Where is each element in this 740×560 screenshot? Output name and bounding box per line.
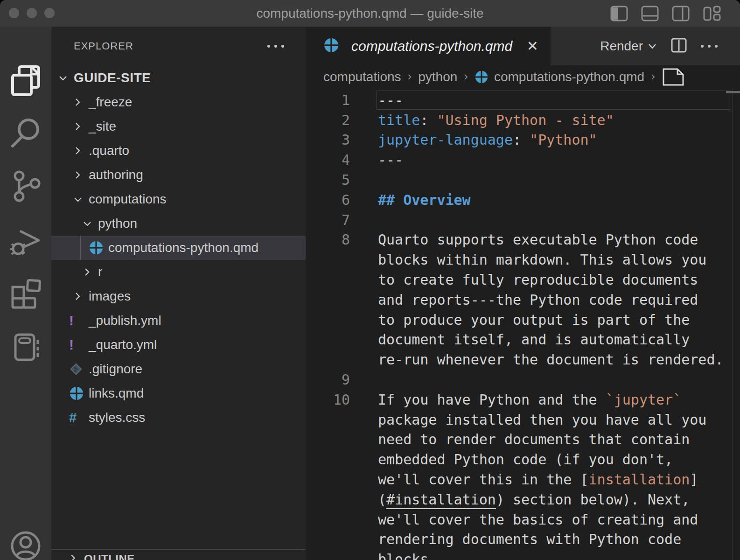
tree-file--publish-yml[interactable]: !_publish.yml bbox=[51, 308, 306, 333]
outline-title: OUTLINE bbox=[84, 553, 135, 560]
tree-root-guide-site[interactable]: GUIDE-SITE bbox=[51, 66, 306, 90]
tree-folder-images[interactable]: images bbox=[51, 284, 306, 308]
notebook-icon[interactable] bbox=[0, 329, 51, 366]
editor-more-actions-icon[interactable] bbox=[701, 45, 718, 48]
code-line-wrap[interactable]: need to render documents that contain bbox=[306, 430, 740, 450]
code-line-8[interactable]: 8Quarto supports executable Python code bbox=[306, 230, 740, 250]
code-text: blocks within markdown. This allows you bbox=[378, 252, 729, 268]
line-number: 1 bbox=[306, 92, 350, 108]
chevron-down-icon bbox=[58, 73, 74, 83]
quarto-file-icon bbox=[475, 70, 489, 84]
explorer-panel: EXPLORER GUIDE-SITE _freeze_site.quartoa… bbox=[51, 27, 306, 560]
code-text: to create fully reproducible documents bbox=[378, 272, 729, 288]
split-editor-icon[interactable] bbox=[672, 6, 690, 21]
editor[interactable]: 1---2title: "Using Python - site"3jupyte… bbox=[306, 89, 740, 560]
code-line-wrap[interactable]: re-run whenever the document is rendered… bbox=[306, 350, 740, 370]
code-text: we'll cover this in the [installation] bbox=[378, 471, 729, 488]
tree-folder-r[interactable]: r bbox=[51, 260, 306, 284]
tree-item-label: .gitignore bbox=[89, 362, 142, 377]
file-tree: GUIDE-SITE _freeze_site.quartoauthoringc… bbox=[51, 66, 306, 430]
chevron-right-icon bbox=[68, 553, 84, 560]
code-line-wrap[interactable]: to create fully reproducible documents bbox=[306, 270, 740, 290]
code-text: title: "Using Python - site" bbox=[378, 112, 729, 128]
tree-item-label: computations bbox=[89, 192, 167, 207]
code-line-2[interactable]: 2title: "Using Python - site" bbox=[306, 110, 740, 130]
breadcrumb-item-computations[interactable]: computations bbox=[323, 70, 401, 84]
tree-file-computations-python-qmd[interactable]: computations-python.qmd bbox=[51, 236, 306, 260]
code-line-4[interactable]: 4--- bbox=[306, 150, 740, 170]
code-line-wrap[interactable]: embedded Python code (if you don't, bbox=[306, 449, 740, 469]
breadcrumb-item-python[interactable]: python bbox=[418, 70, 457, 84]
toggle-sidebar-icon[interactable] bbox=[610, 6, 628, 21]
tab-title: computations-python.qmd bbox=[351, 38, 512, 54]
code-line-wrap[interactable]: (#installation) section below). Next, bbox=[306, 490, 740, 510]
code-line-wrap[interactable]: we'll cover this in the [installation] bbox=[306, 469, 740, 490]
customize-layout-icon[interactable] bbox=[703, 5, 721, 22]
code-line-5[interactable]: 5 bbox=[306, 170, 740, 190]
chevron-down-icon bbox=[73, 194, 89, 204]
breadcrumb-separator-icon: › bbox=[408, 69, 412, 84]
code-line-wrap[interactable]: document itself, and is automatically bbox=[306, 330, 740, 350]
code-line-wrap[interactable]: rendering documents with Python code bbox=[306, 530, 740, 550]
tree-folder-authoring[interactable]: authoring bbox=[51, 163, 306, 187]
code-text: document itself, and is automatically bbox=[378, 331, 729, 348]
explorer-more-actions-icon[interactable] bbox=[267, 45, 284, 48]
chevron-right-icon bbox=[73, 146, 89, 156]
code-line-10[interactable]: 10If you have Python and the `jupyter` bbox=[306, 390, 740, 410]
code-line-7[interactable]: 7 bbox=[306, 210, 740, 230]
code-line-wrap[interactable]: blocks within markdown. This allows you bbox=[306, 250, 740, 270]
toggle-panel-icon[interactable] bbox=[641, 6, 659, 21]
code-line-wrap[interactable]: package installed then you have all you bbox=[306, 410, 740, 430]
vscode-window: computations-python.qmd — guide-site bbox=[0, 0, 740, 560]
tree-item-label: _publish.yml bbox=[89, 313, 161, 328]
chevron-right-icon bbox=[82, 267, 98, 277]
render-button[interactable]: Render bbox=[600, 39, 657, 54]
tree-folder-python[interactable]: python bbox=[51, 211, 306, 236]
tab-computations-python[interactable]: computations-python.qmd ✕ bbox=[306, 27, 551, 65]
code-text: jupyter-language: "Python" bbox=[378, 132, 729, 148]
tree-folder--quarto[interactable]: .quarto bbox=[51, 139, 306, 163]
code-line-wrap[interactable]: to produce your output is part of the bbox=[306, 310, 740, 330]
yaml-file-icon: ! bbox=[69, 313, 89, 329]
quarto-file-icon bbox=[323, 37, 339, 55]
activity-bar bbox=[0, 27, 51, 560]
code-line-wrap[interactable]: blocks. bbox=[306, 549, 740, 560]
code-line-6[interactable]: 6## Overview bbox=[306, 190, 740, 210]
run-debug-icon[interactable] bbox=[0, 223, 51, 258]
tree-file-styles-css[interactable]: #styles.css bbox=[51, 406, 306, 430]
title-bar: computations-python.qmd — guide-site bbox=[0, 0, 740, 27]
tree-item-label: _quarto.yml bbox=[89, 337, 157, 352]
tree-item-label: authoring bbox=[89, 168, 143, 182]
tree-file-links-qmd[interactable]: links.qmd bbox=[51, 381, 306, 406]
tree-file--gitignore[interactable]: .gitignore bbox=[51, 357, 306, 381]
tree-folder--freeze[interactable]: _freeze bbox=[51, 90, 306, 114]
line-number: 4 bbox=[306, 152, 350, 168]
code-line-wrap[interactable]: we'll cover the basics of creating and bbox=[306, 510, 740, 530]
code-text: If you have Python and the `jupyter` bbox=[378, 392, 729, 408]
extensions-icon[interactable] bbox=[0, 276, 51, 311]
code-line-9[interactable]: 9 bbox=[306, 370, 740, 390]
explorer-icon[interactable] bbox=[0, 63, 51, 98]
outline-section[interactable]: OUTLINE bbox=[51, 549, 306, 560]
chevron-down-icon bbox=[648, 43, 657, 49]
code-line-3[interactable]: 3jupyter-language: "Python" bbox=[306, 130, 740, 150]
search-icon[interactable] bbox=[0, 116, 51, 150]
account-icon[interactable] bbox=[0, 530, 51, 560]
scrollbar-track[interactable] bbox=[733, 89, 733, 560]
source-control-icon[interactable] bbox=[0, 169, 51, 203]
tree-file--quarto-yml[interactable]: !_quarto.yml bbox=[51, 333, 306, 357]
tree-folder-computations[interactable]: computations bbox=[51, 187, 306, 211]
code-line-wrap[interactable]: and reports---the Python code required bbox=[306, 290, 740, 310]
tree-folder--site[interactable]: _site bbox=[51, 114, 306, 139]
code-text: package installed then you have all you bbox=[378, 412, 729, 428]
tree-item-label: links.qmd bbox=[89, 386, 144, 401]
code-line-1[interactable]: 1--- bbox=[306, 90, 740, 110]
split-editor-icon[interactable] bbox=[671, 38, 687, 55]
code-text: blocks. bbox=[378, 551, 729, 560]
code-text: --- bbox=[378, 152, 729, 168]
yaml-file-icon: ! bbox=[69, 337, 89, 353]
tree-item-label: computations-python.qmd bbox=[108, 240, 258, 255]
breadcrumb-item-computations-python-qmd[interactable]: computations-python.qmd bbox=[494, 70, 644, 84]
close-tab-icon[interactable]: ✕ bbox=[527, 39, 538, 53]
code-text: (#installation) section below). Next, bbox=[378, 491, 729, 508]
